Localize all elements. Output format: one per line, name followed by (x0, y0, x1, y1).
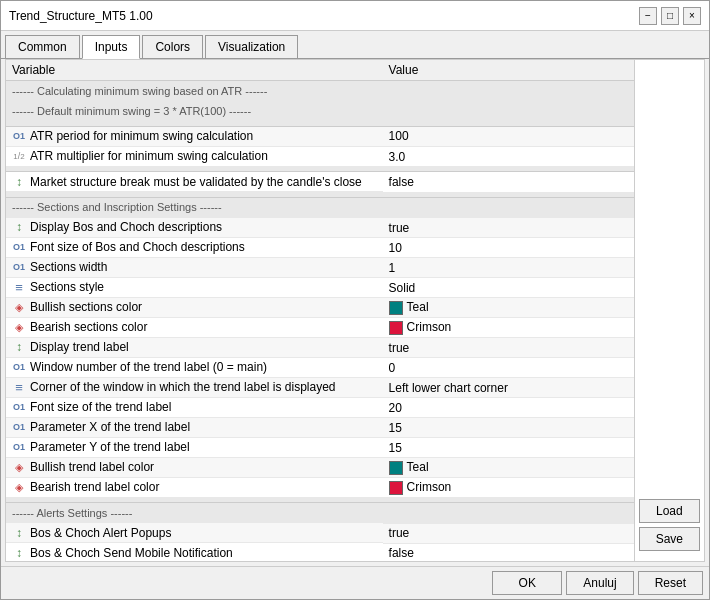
row-icon: O1 (12, 362, 26, 372)
table-row: O1Font size of the trend label20 (6, 398, 634, 418)
variable-cell: ≡Sections style (6, 278, 383, 298)
minimize-button[interactable]: − (639, 7, 657, 25)
table-row: ≡Corner of the window in which the trend… (6, 378, 634, 398)
variable-label: Corner of the window in which the trend … (30, 380, 336, 394)
table-row: ◈Bearish sections colorCrimson (6, 318, 634, 338)
ok-button[interactable]: OK (492, 571, 562, 595)
variable-cell: O1Parameter Y of the trend label (6, 438, 383, 458)
color-swatch (389, 321, 403, 335)
title-bar: Trend_Structure_MT5 1.00 − □ × (1, 1, 709, 31)
row-icon: ◈ (12, 481, 26, 494)
variable-label: Display trend label (30, 340, 129, 354)
variable-label: Bos & Choch Send Mobile Notification (30, 546, 233, 560)
table-row: ------ Default minimum swing = 3 * ATR(1… (6, 101, 634, 121)
value-cell[interactable]: true (383, 218, 634, 238)
variable-label: ATR period for minimum swing calculation (30, 129, 253, 143)
row-icon: O1 (12, 262, 26, 272)
table-row: 1/2ATR multiplier for minimum swing calc… (6, 147, 634, 167)
variable-cell: O1Parameter X of the trend label (6, 418, 383, 438)
value-cell[interactable]: Teal (383, 298, 634, 318)
table-row: ◈Bullish sections colorTeal (6, 298, 634, 318)
variable-label: Sections style (30, 280, 104, 294)
variable-cell: O1Font size of the trend label (6, 398, 383, 418)
row-icon: ↕ (12, 546, 26, 560)
variable-cell: ------ Calculating minimum swing based o… (6, 81, 383, 101)
table-row: ↕Bos & Choch Alert Popupstrue (6, 523, 634, 543)
table-row: O1Font size of Bos and Choch description… (6, 238, 634, 258)
value-cell (383, 503, 634, 524)
value-cell[interactable]: 100 (383, 126, 634, 147)
color-value: Crimson (407, 320, 452, 334)
table-row: ↕Display Bos and Choch descriptionstrue (6, 218, 634, 238)
table-row: ↕Display trend labeltrue (6, 338, 634, 358)
value-cell[interactable]: 1 (383, 258, 634, 278)
variable-label: Sections width (30, 260, 107, 274)
tab-visualization[interactable]: Visualization (205, 35, 298, 58)
variable-label: Font size of Bos and Choch descriptions (30, 240, 245, 254)
value-cell[interactable]: Crimson (383, 318, 634, 338)
tab-inputs[interactable]: Inputs (82, 35, 141, 59)
value-cell[interactable]: false (383, 543, 634, 561)
row-icon: 1/2 (12, 151, 26, 161)
variable-cell: ↕Display trend label (6, 338, 383, 358)
variable-label: Window number of the trend label (0 = ma… (30, 360, 267, 374)
tab-common[interactable]: Common (5, 35, 80, 58)
value-cell[interactable]: true (383, 338, 634, 358)
value-cell[interactable]: true (383, 523, 634, 543)
variable-cell: ≡Corner of the window in which the trend… (6, 378, 383, 398)
table-row: ◈Bullish trend label colorTeal (6, 458, 634, 478)
value-cell[interactable]: Solid (383, 278, 634, 298)
value-cell[interactable]: Teal (383, 458, 634, 478)
tab-bar: Common Inputs Colors Visualization (1, 31, 709, 59)
variable-label: Parameter X of the trend label (30, 420, 190, 434)
color-value: Teal (407, 300, 429, 314)
row-icon: O1 (12, 402, 26, 412)
variable-cell: ------ Alerts Settings ------ (6, 503, 383, 523)
load-button[interactable]: Load (639, 499, 700, 523)
value-cell[interactable]: 20 (383, 398, 634, 418)
row-icon: ≡ (12, 380, 26, 395)
variable-cell: ------ Sections and Inscription Settings… (6, 198, 383, 218)
variable-label: ------ Alerts Settings ------ (12, 507, 132, 519)
load-save-panel: Load Save (634, 60, 704, 561)
row-icon: O1 (12, 242, 26, 252)
value-cell[interactable]: 0 (383, 358, 634, 378)
save-button[interactable]: Save (639, 527, 700, 551)
variable-label: Bullish trend label color (30, 460, 154, 474)
variable-label: ------ Calculating minimum swing based o… (12, 85, 267, 97)
value-cell[interactable]: 10 (383, 238, 634, 258)
value-cell[interactable]: 15 (383, 418, 634, 438)
main-window: Trend_Structure_MT5 1.00 − □ × Common In… (0, 0, 710, 600)
value-cell[interactable]: false (383, 172, 634, 193)
variable-cell: 1/2ATR multiplier for minimum swing calc… (6, 147, 383, 167)
value-cell[interactable]: 3.0 (383, 147, 634, 167)
color-swatch (389, 481, 403, 495)
table-row: O1Sections width1 (6, 258, 634, 278)
value-cell[interactable]: 15 (383, 438, 634, 458)
table-row: ◈Bearish trend label colorCrimson (6, 478, 634, 498)
variable-label: Font size of the trend label (30, 400, 171, 414)
content-area: Variable Value ------ Calculating minimu… (5, 59, 705, 562)
variable-label: Bullish sections color (30, 300, 142, 314)
value-cell[interactable]: Left lower chart corner (383, 378, 634, 398)
row-icon: ≡ (12, 280, 26, 295)
table-row: ≡Sections styleSolid (6, 278, 634, 298)
tab-colors[interactable]: Colors (142, 35, 203, 58)
row-icon: ↕ (12, 340, 26, 354)
column-variable: Variable (6, 60, 383, 81)
table-row: ------ Alerts Settings ------ (6, 503, 634, 524)
reset-button[interactable]: Reset (638, 571, 703, 595)
cancel-button[interactable]: Anuluj (566, 571, 633, 595)
maximize-button[interactable]: □ (661, 7, 679, 25)
table-row: O1Window number of the trend label (0 = … (6, 358, 634, 378)
settings-table: Variable Value ------ Calculating minimu… (6, 60, 634, 561)
variable-cell: O1Sections width (6, 258, 383, 278)
row-icon: ↕ (12, 526, 26, 540)
window-controls: − □ × (639, 7, 701, 25)
variable-cell: ↕Bos & Choch Alert Popups (6, 523, 383, 543)
close-button[interactable]: × (683, 7, 701, 25)
variable-cell: ◈Bullish sections color (6, 298, 383, 318)
color-swatch (389, 301, 403, 315)
value-cell[interactable]: Crimson (383, 478, 634, 498)
variable-cell: ------ Default minimum swing = 3 * ATR(1… (6, 101, 383, 121)
